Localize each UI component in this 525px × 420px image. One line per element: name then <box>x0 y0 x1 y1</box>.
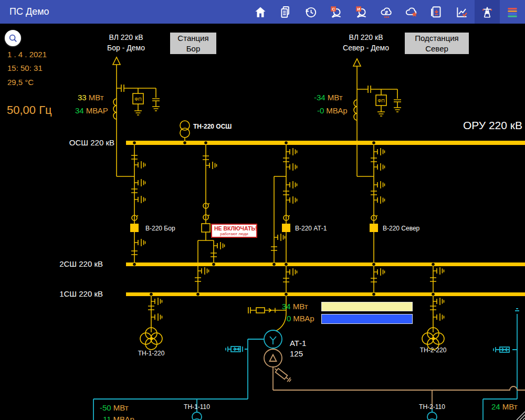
menu-colored-icon[interactable] <box>500 0 525 24</box>
at1-label: АТ-1125 <box>290 338 306 359</box>
tn-1-220-label: ТН-1-220 <box>133 350 170 357</box>
at1-q-bar <box>321 314 413 324</box>
bor-p-value: 33МВт <box>78 93 104 102</box>
at1-p-bar <box>321 302 413 311</box>
network-10kv <box>273 366 525 408</box>
at1-q-value: 0МВАр <box>287 314 314 323</box>
device-export-icon[interactable] <box>424 0 449 24</box>
breaker-at1-label: В-220 АТ-1 <box>295 225 327 232</box>
at1-arrester-110-symbol <box>226 346 248 352</box>
breaker-bus-coupler-open[interactable] <box>202 224 210 232</box>
fp-filter-label: ФП <box>377 98 384 103</box>
tn-1-110-label: ТН-1-110 <box>180 403 214 411</box>
bus-1ssh-label: 1СШ 220 кВ <box>39 289 103 298</box>
right-arrester-110-symbol <box>494 347 517 352</box>
single-line-diagram: ФП ФП <box>0 0 525 420</box>
tn-2-220-label: ТН-2-220 <box>415 346 452 354</box>
tn-1-220-symbol[interactable] <box>140 296 162 350</box>
vl-bor-label: ВЛ 220 кВБор - Демо <box>92 32 160 53</box>
date-display: 1 . 4 . 2021 <box>7 50 47 59</box>
bus-tie-disconnector <box>195 264 444 292</box>
home-icon[interactable] <box>248 0 273 24</box>
bay-bus-coupler <box>198 145 225 262</box>
breaker-bor-label: В-220 Бор <box>145 225 175 232</box>
line110-left-p-value: -50МВт <box>100 403 129 412</box>
sever-q-value: -0МВАр <box>317 106 348 115</box>
at1-arrester-10-symbol <box>273 366 291 383</box>
tn-2-110-label: ТН-2-110 <box>415 403 449 411</box>
search-button[interactable] <box>5 30 21 46</box>
frequency-display: 50,00 Гц <box>7 103 52 117</box>
history-icon[interactable] <box>298 0 323 24</box>
tn-220-ossh-symbol[interactable] <box>180 121 190 141</box>
svg-text:С: С <box>332 6 335 11</box>
at1-arrester-220-symbol <box>248 307 286 313</box>
bus-2ssh-220[interactable] <box>126 262 525 266</box>
at1-transformer-symbol[interactable] <box>264 330 282 367</box>
bus-2ssh-label: 2СШ 220 кВ <box>39 259 103 268</box>
resize-grip <box>517 412 525 420</box>
breaker-v220-bor[interactable] <box>130 224 139 232</box>
oru-220-label: ОРУ 220 кВ <box>436 119 522 132</box>
time-display: 15: 50: 31 <box>7 64 43 72</box>
bus-1ssh-220[interactable] <box>126 292 525 296</box>
chart-report-icon[interactable] <box>449 0 475 24</box>
cloud-favorites-icon[interactable] <box>399 0 424 24</box>
vl-sever-label: ВЛ 220 кВСевер - Демо <box>332 32 400 53</box>
bus-osh-label: ОСШ 220 кВ <box>50 138 114 147</box>
station-bor-button[interactable]: СтанцияБор <box>170 33 216 54</box>
do-not-switch-warning: НЕ ВКЛЮЧАТЬ! работают люди <box>211 224 257 238</box>
bor-q-value: 34МВАР <box>75 106 108 115</box>
page-title: ПС Демо <box>9 0 49 24</box>
cyan-line-end-tick <box>515 309 519 311</box>
at1-p-value: 34МВт <box>282 302 308 311</box>
cloud-sync-icon[interactable] <box>374 0 399 24</box>
search-i-icon[interactable]: И <box>349 0 374 24</box>
tn-2-220-symbol[interactable] <box>422 296 444 350</box>
search-c-icon[interactable]: С <box>323 0 349 24</box>
app-header: ПС Демо С И <box>0 0 525 24</box>
documents-icon[interactable] <box>273 0 298 24</box>
bay-v220-bor <box>131 145 145 262</box>
substation-scheme-icon[interactable] <box>475 0 500 24</box>
breaker-v220-at1[interactable] <box>282 224 290 232</box>
breaker-v220-sever[interactable] <box>370 224 378 232</box>
temperature-display: 29,5 °C <box>7 78 34 87</box>
line110-right-p-value: 24МВт <box>491 402 518 411</box>
sever-p-value: -34МВт <box>314 93 343 102</box>
breaker-sever-label: В-220 Север <box>383 225 419 232</box>
network-110kv <box>93 309 519 420</box>
bay-v220-sever <box>371 145 385 292</box>
tn-220-ossh-label: ТН-220 ОСШ <box>193 123 232 130</box>
fp-filter-label: ФП <box>134 97 141 102</box>
svg-text:И: И <box>357 6 360 11</box>
line-vl-sever <box>353 59 401 176</box>
substation-sever-button[interactable]: ПодстанцияСевер <box>405 33 469 54</box>
line-vl-bor <box>113 57 160 176</box>
line110-left-q-value: 11МВАр <box>103 415 134 420</box>
